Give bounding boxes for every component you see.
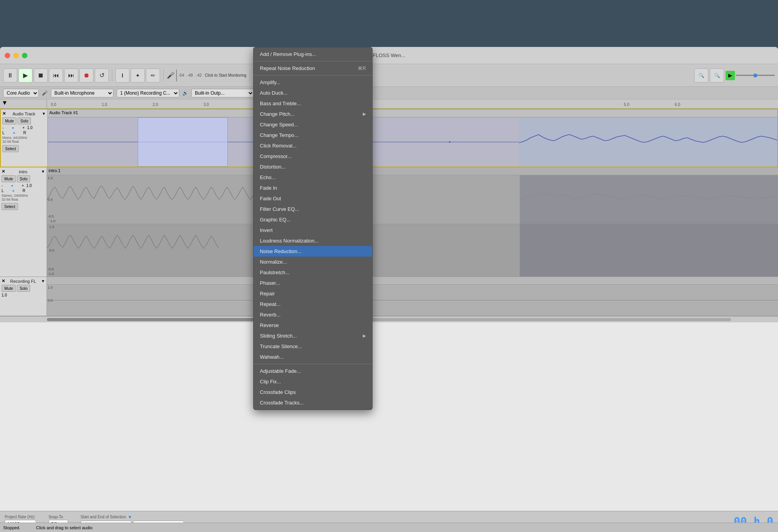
menu-item-wahwah[interactable]: Wahwah... (254, 352, 372, 362)
menu-item-graphic-eq-label: Graphic EQ... (260, 217, 291, 223)
menu-item-reverse[interactable]: Reverse (254, 320, 372, 331)
horizontal-scrollbar[interactable] (0, 316, 778, 322)
menu-item-auto-duck[interactable]: Auto Duck... (254, 88, 372, 98)
track-3-waveform-svg (47, 285, 778, 316)
draw-tool-button[interactable]: ✏ (146, 68, 160, 83)
menu-item-compressor[interactable]: Compressor... (254, 151, 372, 162)
scrollbar-thumb[interactable] (47, 318, 286, 321)
menu-sep-1 (254, 61, 372, 61)
track-3-close-btn[interactable]: ✕ (2, 279, 5, 284)
zoom-fit-button[interactable]: 🔍 (694, 68, 708, 83)
menu-item-filter-curve-eq[interactable]: Filter Curve EQ... (254, 204, 372, 214)
menu-item-truncate-silence[interactable]: Truncate Silence... (254, 341, 372, 352)
window-controls (5, 53, 27, 58)
track-1-solo-btn[interactable]: Solo (18, 117, 31, 124)
track-1-right-waveform (519, 117, 777, 167)
zoom-out-button[interactable]: 🔍 (710, 68, 724, 83)
menu-item-add-remove-plugins[interactable]: Add / Remove Plug-ins... (254, 49, 372, 59)
scrollbar-track (47, 318, 731, 321)
track-1-close-btn[interactable]: ✕ (2, 111, 6, 116)
menu-item-change-speed[interactable]: Change Speed... (254, 119, 372, 130)
menu-item-paulstretch-label: Paulstretch... (260, 270, 290, 275)
menu-item-click-removal[interactable]: Click Removal... (254, 140, 372, 151)
envelope-tool-button[interactable]: ✦ (131, 68, 145, 83)
select-tool-button[interactable]: I (115, 68, 130, 83)
track-2-gain-value: 1.0 (26, 183, 32, 188)
skip-forward-button[interactable]: ⏭ (64, 68, 78, 83)
track-1-mute-btn[interactable]: Mute (2, 117, 16, 124)
menu-item-repeat-noise-reduction[interactable]: Repeat Noise Reduction ⌘R (254, 63, 372, 74)
menu-item-bass-treble[interactable]: Bass and Treble... (254, 98, 372, 109)
track-1-menu-arrow[interactable]: ▼ (42, 111, 46, 116)
track-3-waveform-area: 1.0 0.0 (47, 285, 778, 316)
channels-select[interactable]: 1 (Mono) Recording C... (117, 89, 179, 97)
ruler-menu-icon[interactable]: ▼ (0, 99, 9, 108)
click-to-start-monitoring[interactable]: Click to Start Monitoring (205, 73, 246, 77)
menu-item-noise-reduction[interactable]: Noise Reduction... (254, 246, 372, 257)
track-3-mute-btn[interactable]: Mute (2, 285, 16, 292)
track-1-pan-knob (13, 132, 15, 134)
track-2-select-btn[interactable]: Select (2, 203, 18, 210)
menu-item-invert[interactable]: Invert (254, 225, 372, 235)
loop-button[interactable]: ↺ (95, 68, 109, 83)
effects-dropdown-menu: Add / Remove Plug-ins... Repeat Noise Re… (253, 47, 373, 410)
audio-host-select[interactable]: Core Audio (3, 89, 39, 97)
track-3-solo-btn[interactable]: Solo (17, 285, 30, 292)
menu-item-fade-in-label: Fade In (260, 185, 277, 191)
menu-item-clip-fix[interactable]: Clip Fix... (254, 376, 372, 387)
menu-item-change-speed-label: Change Speed... (260, 122, 298, 128)
menu-item-amplify[interactable]: Amplify... (254, 77, 372, 88)
menu-item-crossfade-clips[interactable]: Crossfade Clips (254, 387, 372, 397)
microphone-select[interactable]: Built-in Microphone (51, 89, 113, 97)
change-pitch-arrow-icon: ▶ (363, 111, 366, 117)
maximize-button[interactable] (22, 53, 27, 58)
play-button[interactable]: ▶ (18, 68, 32, 83)
menu-item-phaser[interactable]: Phaser... (254, 278, 372, 288)
pause-button[interactable]: ⏸ (3, 68, 17, 83)
play-speed-button[interactable]: ▶ (726, 71, 735, 80)
track-2-gain-knob (11, 185, 13, 187)
menu-item-change-tempo[interactable]: Change Tempo... (254, 130, 372, 140)
menu-item-truncate-silence-label: Truncate Silence... (260, 343, 302, 349)
menu-item-adjustable-fade[interactable]: Adjustable Fade... (254, 366, 372, 376)
menu-item-sliding-stretch[interactable]: Sliding Stretch... ▶ (254, 331, 372, 341)
track-2-solo-btn[interactable]: Solo (17, 175, 30, 182)
playback-speed-slider[interactable] (736, 75, 775, 76)
menu-item-fade-in[interactable]: Fade In (254, 183, 372, 193)
track-2-y-mid-top: 0.0 (48, 198, 53, 201)
minimize-button[interactable] (13, 53, 19, 58)
menu-item-repeat[interactable]: Repeat... (254, 299, 372, 309)
track-1-header: ✕ Audio Track ▼ Mute Solo - + 1.0 L (1, 110, 48, 167)
selection-dropdown[interactable]: ▼ (128, 514, 132, 520)
close-button[interactable] (5, 53, 10, 58)
menu-item-distortion[interactable]: Distortion... (254, 162, 372, 172)
menu-item-normalize[interactable]: Normalize... (254, 257, 372, 267)
stop-button[interactable]: ⏹ (34, 68, 48, 83)
menu-item-loudness-normalization[interactable]: Loudness Normalization... (254, 235, 372, 246)
track-2-content[interactable]: intro.1 1.0 0.0 -0.5 -1.0 ← (47, 167, 778, 277)
menu-item-reverb-label: Reverb... (260, 312, 281, 318)
skip-back-button[interactable]: ⏮ (49, 68, 63, 83)
menu-item-paulstretch[interactable]: Paulstretch... (254, 267, 372, 278)
track-3-content[interactable]: 1.0 0.0 (47, 277, 778, 316)
track-3-header: ✕ Recording FL ▼ Mute Solo 1.0 (0, 277, 47, 316)
track-2-close-btn[interactable]: ✕ (2, 169, 5, 174)
menu-item-repair[interactable]: Repair (254, 288, 372, 299)
menu-item-echo[interactable]: Echo... (254, 172, 372, 183)
track-3-menu-arrow[interactable]: ▼ (41, 279, 45, 283)
track-2-right-top-waveform (520, 175, 778, 224)
track-2-menu-arrow[interactable]: ▼ (41, 169, 45, 174)
menu-item-crossfade-tracks[interactable]: Crossfade Tracks... (254, 397, 372, 408)
menu-item-graphic-eq[interactable]: Graphic EQ... (254, 214, 372, 225)
track-2-y-top: 1.0 (48, 176, 53, 180)
menu-item-compressor-label: Compressor... (260, 153, 292, 159)
record-button[interactable]: ⏺ (79, 68, 94, 83)
menu-item-change-pitch[interactable]: Change Pitch... ▶ (254, 109, 372, 119)
menu-item-reverb[interactable]: Reverb... (254, 309, 372, 320)
tracks-area: ✕ Audio Track ▼ Mute Solo - + 1.0 L (0, 109, 778, 322)
track-1-select-btn[interactable]: Select (2, 145, 19, 152)
menu-item-fade-out[interactable]: Fade Out (254, 193, 372, 204)
track-1-content[interactable]: Audio Track #1 (48, 110, 777, 167)
track-2-mute-btn[interactable]: Mute (2, 175, 16, 182)
output-select[interactable]: Built-in Outp... (191, 89, 254, 97)
